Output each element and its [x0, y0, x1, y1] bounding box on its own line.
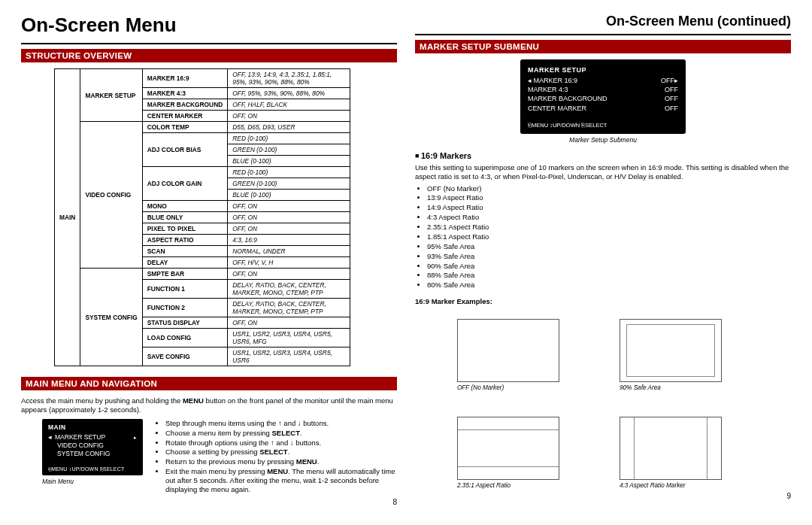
- table-setting-name: CENTER MARKER: [142, 111, 228, 122]
- structure-table: MAINMARKER SETUPMARKER 16:9OFF, 13:9, 14…: [54, 68, 350, 366]
- lcd-row: MARKER 4:3OFF: [528, 85, 678, 94]
- table-setting-values: OFF, ON: [228, 111, 350, 122]
- table-setting-values: DELAY, RATIO, BACK, CENTER, MARKER, MONO…: [228, 299, 350, 317]
- table-setting-name: SAVE CONFIG: [142, 347, 228, 366]
- page-number-left: 8: [21, 498, 397, 506]
- markers-paragraph: Use this setting to superimpose one of 1…: [415, 163, 791, 181]
- table-setting-name: ADJ COLOR GAIN: [142, 167, 228, 201]
- marker-example-box: [457, 319, 559, 382]
- table-setting-name: LOAD CONFIG: [142, 329, 228, 347]
- nav-bullet: Choose a setting by pressing SELECT.: [165, 448, 397, 457]
- table-setting-values: NORMAL, UNDER: [228, 246, 350, 257]
- section-marker-setup: MARKER SETUP SUBMENU: [415, 40, 791, 53]
- nav-bullet: Return to the previous menu by pressing …: [165, 457, 397, 466]
- table-setting-name: BLUE ONLY: [142, 212, 228, 223]
- marker-list-item: 80% Safe Area: [427, 281, 791, 290]
- marker-example-caption: OFF (No Marker): [457, 384, 559, 391]
- table-setting-values: OFF, ON: [228, 201, 350, 212]
- marker-list-item: 88% Safe Area: [427, 271, 791, 280]
- marker-list-item: 13:9 Aspect Ratio: [427, 193, 791, 202]
- section-main-menu-nav: MAIN MENU AND NAVIGATION: [21, 377, 397, 390]
- table-setting-values: RED (0-100): [228, 133, 350, 144]
- table-setting-values: BLUE (0-100): [228, 190, 350, 201]
- divider: [21, 43, 397, 44]
- nav-bullet: Rotate through options using the ↑ and ↓…: [165, 439, 397, 448]
- lcd-row: MARKER BACKGROUNDOFF: [528, 94, 678, 103]
- table-setting-values: OFF, ON: [228, 212, 350, 223]
- table-setting-name: PIXEL TO PIXEL: [142, 223, 228, 235]
- marker-submenu-caption: Marker Setup Submenu: [415, 136, 791, 144]
- marker-example: 4:3 Aspect Ratio Marker: [620, 417, 722, 489]
- lcd-row: CENTER MARKEROFF: [528, 104, 678, 113]
- marker-example-caption: 2.35:1 Aspect Ratio: [457, 482, 559, 489]
- table-setting-values: D55, D65, D93, USER: [228, 122, 350, 133]
- nav-intro-paragraph: Access the main menu by pushing and hold…: [21, 396, 397, 414]
- table-setting-name: FUNCTION 1: [142, 280, 228, 299]
- table-setting-name: SCAN: [142, 246, 228, 257]
- marker-list-item: 90% Safe Area: [427, 262, 791, 271]
- table-setting-name: MONO: [142, 201, 228, 212]
- table-setting-name: SMPTE BAR: [142, 269, 228, 280]
- table-group-label: SYSTEM CONFIG: [80, 269, 142, 366]
- marker-list-item: 4:3 Aspect Ratio: [427, 213, 791, 222]
- table-group-label: MARKER SETUP: [80, 69, 142, 122]
- marker-example: 90% Safe Area: [620, 319, 722, 391]
- table-setting-values: USR1, USR2, USR3, USR4, USR5, USR6: [228, 347, 350, 366]
- table-setting-values: OFF, ON: [228, 223, 350, 235]
- table-setting-name: MARKER 4:3: [142, 88, 228, 99]
- table-setting-values: BLUE (0-100): [228, 156, 350, 167]
- table-setting-name: MARKER 16:9: [142, 69, 228, 88]
- table-setting-name: DELAY: [142, 257, 228, 269]
- marker-example-caption: 4:3 Aspect Ratio Marker: [620, 482, 722, 489]
- marker-example-box: [620, 319, 722, 382]
- marker-list-item: 1.85:1 Aspect Ratio: [427, 232, 791, 241]
- table-setting-values: OFF, 95%, 93%, 90%, 88%, 80%: [228, 88, 350, 99]
- marker-examples: OFF (No Marker)90% Safe Area2.35:1 Aspec…: [457, 319, 791, 489]
- section-structure-overview: STRUCTURE OVERVIEW: [21, 49, 397, 62]
- table-setting-values: RED (0-100): [228, 167, 350, 178]
- table-setting-name: FUNCTION 2: [142, 299, 228, 317]
- right-page: On-Screen Menu (continued) MARKER SETUP …: [415, 14, 791, 506]
- table-main-label: MAIN: [55, 69, 80, 366]
- table-setting-values: OFF, H/V, V, H: [228, 257, 350, 269]
- table-setting-name: COLOR TEMP: [142, 122, 228, 133]
- nav-bullet: Exit the main menu by pressing MENU. The…: [165, 467, 397, 494]
- marker-examples-heading: 16:9 Marker Examples:: [415, 297, 791, 305]
- marker-list-item: 2.35:1 Aspect Ratio: [427, 223, 791, 232]
- main-menu-lcd: MAIN ◂MARKER SETUP VIDEO CONFIG SYSTEM C…: [42, 419, 143, 475]
- marker-list-item: 95% Safe Area: [427, 242, 791, 251]
- lcd-row: ◂ MARKER 16:9OFF▸: [528, 76, 678, 85]
- main-menu-caption: Main Menu: [42, 478, 143, 485]
- heading-169-markers: 16:9 Markers: [415, 151, 791, 160]
- table-setting-values: OFF, ON: [228, 269, 350, 280]
- marker-example-caption: 90% Safe Area: [620, 384, 722, 391]
- table-group-label: VIDEO CONFIG: [80, 122, 142, 269]
- table-setting-values: OFF, 13:9, 14:9, 4:3, 2.35:1, 1.85:1, 95…: [228, 69, 350, 88]
- table-setting-name: ASPECT RATIO: [142, 235, 228, 246]
- table-setting-values: DELAY, RATIO, BACK, CENTER, MARKER, MONO…: [228, 280, 350, 299]
- nav-bullet: Choose a menu item by pressing SELECT.: [165, 429, 397, 438]
- left-page: On-Screen Menu STRUCTURE OVERVIEW MAINMA…: [21, 14, 397, 506]
- marker-list-item: 14:9 Aspect Ratio: [427, 203, 791, 212]
- marker-list-item: OFF (No Marker): [427, 184, 791, 193]
- marker-list-item: 93% Safe Area: [427, 252, 791, 261]
- table-setting-name: ADJ COLOR BIAS: [142, 133, 228, 167]
- page-title-left: On-Screen Menu: [21, 14, 397, 37]
- divider: [415, 34, 791, 35]
- page-number-right: 9: [786, 492, 791, 500]
- nav-bullets: Step through menu items using the ↑ and …: [165, 419, 397, 495]
- table-setting-values: USR1, USR2, USR3, USR4, USR5, USR6, MFG: [228, 329, 350, 347]
- marker-submenu-lcd: MARKER SETUP ◂ MARKER 16:9OFF▸ MARKER 4:…: [520, 59, 686, 134]
- marker-example: OFF (No Marker): [457, 319, 559, 391]
- nav-bullet: Step through menu items using the ↑ and …: [165, 419, 397, 428]
- table-setting-values: GREEN (0-100): [228, 144, 350, 156]
- table-setting-values: OFF, ON: [228, 317, 350, 329]
- table-setting-values: 4:3, 16:9: [228, 235, 350, 246]
- table-setting-name: MARKER BACKGROUND: [142, 99, 228, 111]
- page-title-right: On-Screen Menu (continued): [415, 14, 791, 29]
- marker-example-box: [620, 417, 722, 480]
- marker-option-list: OFF (No Marker)13:9 Aspect Ratio14:9 Asp…: [427, 184, 791, 290]
- table-setting-values: OFF, HALF, BLACK: [228, 99, 350, 111]
- marker-example: 2.35:1 Aspect Ratio: [457, 417, 559, 489]
- table-setting-name: STATUS DISPLAY: [142, 317, 228, 329]
